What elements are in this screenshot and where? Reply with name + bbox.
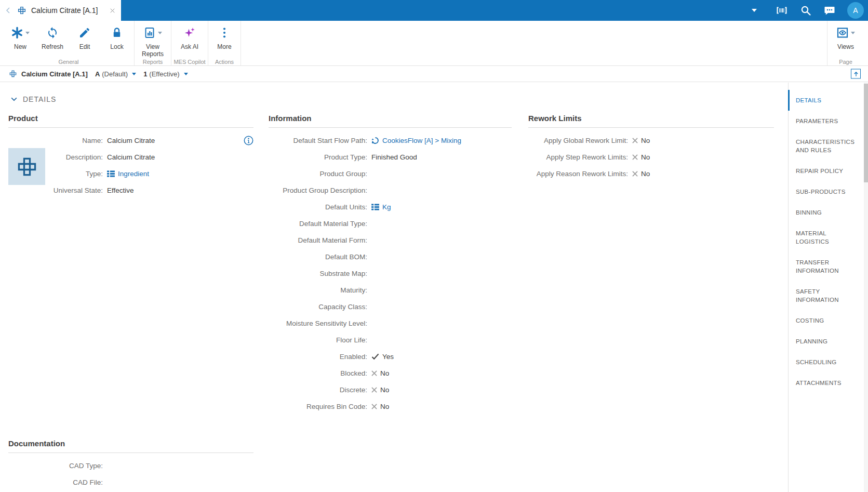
field-row-cad-file: CAD File: <box>8 474 253 490</box>
revision-selector[interactable]: 1 (Effective) <box>143 70 188 78</box>
chevron-down-icon <box>10 96 18 103</box>
field-row-default-bom: Default BOM: <box>269 248 512 265</box>
more-ellipsis-icon <box>218 26 231 39</box>
field-value: Ingredient <box>107 170 149 178</box>
flow-icon <box>371 137 379 144</box>
scrollbar-thumb[interactable] <box>864 84 868 182</box>
group-label: Page <box>829 59 863 67</box>
info-icon[interactable] <box>244 136 253 145</box>
field-value: No <box>371 369 389 377</box>
version-selector[interactable]: A (Default) <box>95 70 136 78</box>
new-button[interactable]: New <box>4 24 36 59</box>
more-button[interactable]: More <box>209 24 239 59</box>
chat-icon[interactable] <box>823 4 836 17</box>
field-label: Maturity: <box>269 286 371 294</box>
asterisk-icon <box>11 26 23 39</box>
field-label: Default BOM: <box>269 253 371 261</box>
section-title: Product <box>8 114 253 128</box>
details-page: DETAILS Product Name: Calcium Citrate De… <box>0 83 868 492</box>
rework-limits-section: Rework Limits Apply Global Rework Limit:… <box>528 114 774 182</box>
nav-item-sub-products[interactable]: SUB-PRODUCTS <box>796 188 861 196</box>
nav-item-scheduling[interactable]: SCHEDULING <box>796 358 861 366</box>
field-row-moisture-sensitivity-level: Moisture Sensitivity Level: <box>269 315 512 331</box>
field-label: Substrate Map: <box>269 270 371 277</box>
field-row-apply-global-rework-limit: Apply Global Rework Limit: No <box>528 132 774 149</box>
nav-item-repair-policy[interactable]: REPAIR POLICY <box>796 167 861 175</box>
field-row-requires-bin-code: Requires Bin Code: No <box>269 398 512 415</box>
barcode-scanner-icon[interactable] <box>776 4 788 17</box>
nav-item-attachments[interactable]: ATTACHMENTS <box>796 379 861 387</box>
nav-item-binning[interactable]: BINNING <box>796 208 861 217</box>
field-row-apply-step-rework-limits: Apply Step Rework Limits: No <box>528 149 774 165</box>
close-tab-icon[interactable] <box>109 7 116 14</box>
field-row-substrate-map: Substrate Map: <box>269 265 512 282</box>
vertical-scrollbar[interactable] <box>864 83 868 492</box>
top-bar: Calcium Citrate [A.1] A <box>0 0 868 21</box>
field-label: CAD Type: <box>8 462 107 470</box>
nav-item-parameters[interactable]: PARAMETERS <box>796 117 861 125</box>
field-value: CookiesFlow [A] > Mixing <box>371 137 461 144</box>
x-icon <box>371 404 377 409</box>
field-row-cad-type: CAD Type: <box>8 457 253 474</box>
toolbar-group-general: New Refresh Edit Lock General <box>3 21 135 65</box>
back-chevron-icon[interactable] <box>4 6 12 15</box>
document-tab[interactable]: Calcium Citrate [A.1] <box>0 0 121 21</box>
toolbar-group-actions: More Actions <box>208 21 241 65</box>
views-button[interactable]: Views <box>829 24 863 59</box>
type-link[interactable]: Ingredient <box>118 170 149 178</box>
field-row-capacity-class: Capacity Class: <box>269 298 512 315</box>
nav-item-transfer-information[interactable]: TRANSFER INFORMATION <box>796 258 861 275</box>
field-label: Default Units: <box>269 203 371 211</box>
group-label: General <box>4 59 133 67</box>
group-label: Actions <box>209 59 239 67</box>
details-section-toggle[interactable]: DETAILS <box>10 95 56 103</box>
x-icon <box>632 154 638 160</box>
view-reports-button[interactable]: View Reports <box>136 24 170 59</box>
ai-sparkle-icon <box>183 26 196 39</box>
collapse-panel-button[interactable] <box>851 69 861 79</box>
field-row-type: Type: Ingredient <box>8 165 253 182</box>
field-label: Enabled: <box>269 353 371 361</box>
search-icon[interactable] <box>799 4 812 17</box>
list-icon <box>371 204 379 210</box>
check-icon <box>371 353 379 360</box>
field-row-floor-life: Floor Life: <box>269 331 512 348</box>
field-label: Requires Bin Code: <box>269 403 371 410</box>
lock-button[interactable]: Lock <box>101 24 133 59</box>
chevron-down-icon[interactable] <box>752 9 757 12</box>
field-row-universal-state: Universal State: Effective <box>8 182 253 198</box>
details-section-title: DETAILS <box>23 95 56 103</box>
tab-title: Calcium Citrate [A.1] <box>31 6 104 15</box>
nav-item-safety-information[interactable]: SAFETY INFORMATION <box>796 287 861 304</box>
refresh-button[interactable]: Refresh <box>36 24 69 59</box>
nav-item-planning[interactable]: PLANNING <box>796 337 861 345</box>
toolbar-group-page: Views Page <box>827 21 868 65</box>
nav-item-details[interactable]: DETAILS <box>796 96 861 104</box>
pencil-icon <box>78 26 91 39</box>
edit-button[interactable]: Edit <box>69 24 101 59</box>
eye-icon <box>836 26 849 39</box>
lock-icon <box>111 26 123 39</box>
x-icon <box>632 138 638 143</box>
field-row-product-group-description: Product Group Description: <box>269 182 512 198</box>
ask-ai-button[interactable]: Ask AI <box>172 24 207 59</box>
field-value: No <box>632 153 650 161</box>
chevron-down-icon <box>25 32 30 34</box>
field-row-blocked: Blocked: No <box>269 365 512 381</box>
field-label: Blocked: <box>269 369 371 377</box>
section-title: Information <box>269 114 512 128</box>
field-label: Product Group: <box>269 170 371 178</box>
user-avatar[interactable]: A <box>847 2 864 19</box>
nav-item-material-logistics[interactable]: MATERIAL LOGISTICS <box>796 229 861 246</box>
nav-item-costing[interactable]: COSTING <box>796 316 861 325</box>
units-link[interactable]: Kg <box>382 203 391 211</box>
flow-path-link[interactable]: CookiesFlow [A] > Mixing <box>382 137 461 144</box>
field-value: Yes <box>371 353 394 361</box>
field-label: CAD File: <box>8 478 107 486</box>
nav-item-characteristics-and-rules[interactable]: CHARACTERISTICS AND RULES <box>796 138 861 154</box>
group-label: MES Copilot <box>172 59 207 67</box>
field-label: Default Material Form: <box>269 236 371 244</box>
product-icon <box>9 70 17 78</box>
section-title: Rework Limits <box>528 114 774 128</box>
field-label: Apply Global Rework Limit: <box>528 137 632 144</box>
